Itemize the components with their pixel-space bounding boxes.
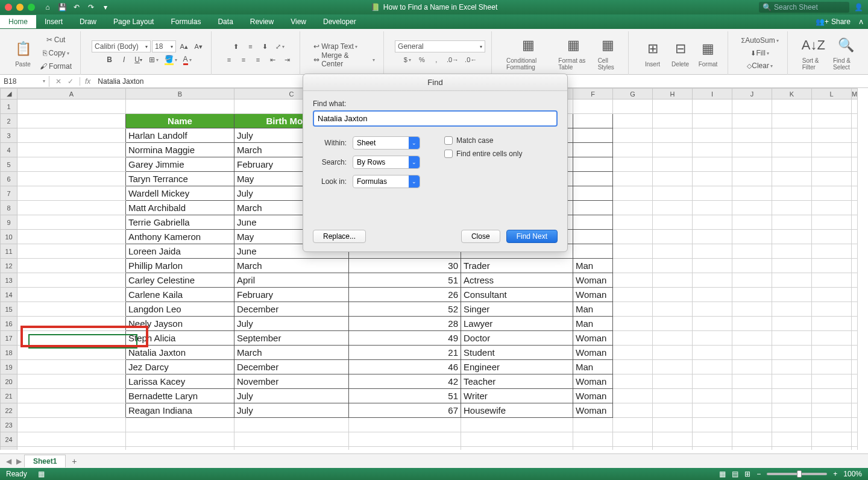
cell[interactable] xyxy=(812,447,852,450)
cell[interactable] xyxy=(653,172,693,186)
collapse-ribbon-icon[interactable]: ʌ xyxy=(859,17,863,26)
cell[interactable]: 28 xyxy=(349,317,461,331)
col-header-M[interactable]: M xyxy=(852,89,858,99)
cell[interactable] xyxy=(17,317,126,331)
cell[interactable] xyxy=(812,432,852,447)
zoom-in-icon[interactable]: + xyxy=(833,470,837,478)
col-header-B[interactable]: B xyxy=(126,89,234,99)
cell[interactable] xyxy=(17,215,126,230)
cell[interactable] xyxy=(772,259,812,273)
cell[interactable] xyxy=(613,215,653,230)
cell[interactable] xyxy=(17,374,126,389)
cell[interactable] xyxy=(613,447,653,450)
cell[interactable] xyxy=(732,418,772,432)
cell[interactable] xyxy=(732,374,772,389)
format-painter-button[interactable]: 🖌 Format xyxy=(37,60,74,72)
cell[interactable] xyxy=(17,389,126,403)
cell[interactable] xyxy=(732,143,772,157)
cell[interactable] xyxy=(693,114,732,128)
decrease-font-button[interactable]: A▾ xyxy=(192,40,205,52)
tab-draw[interactable]: Draw xyxy=(71,15,105,28)
cell[interactable] xyxy=(349,447,461,450)
tab-home[interactable]: Home xyxy=(0,15,36,28)
cell[interactable] xyxy=(732,244,772,259)
cell[interactable] xyxy=(693,201,732,215)
cell[interactable] xyxy=(653,114,693,128)
format-as-table-button[interactable]: ▦Format as Table xyxy=(555,34,593,72)
cell[interactable] xyxy=(653,273,693,288)
borders-button[interactable]: ⊞ xyxy=(146,54,161,66)
cell[interactable] xyxy=(852,157,858,172)
cell[interactable] xyxy=(732,273,772,288)
cell[interactable] xyxy=(852,128,858,143)
cell[interactable] xyxy=(732,403,772,418)
cell[interactable] xyxy=(126,432,234,447)
cell[interactable]: April xyxy=(234,273,349,288)
cell[interactable] xyxy=(772,418,812,432)
font-size-select[interactable]: 18▾ xyxy=(152,40,176,52)
cell[interactable] xyxy=(573,447,613,450)
cell[interactable] xyxy=(613,403,653,418)
cell[interactable] xyxy=(653,143,693,157)
row-header-5[interactable]: 5 xyxy=(1,157,17,172)
cell[interactable] xyxy=(17,302,126,317)
row-header-2[interactable]: 2 xyxy=(1,114,17,128)
col-header-H[interactable]: H xyxy=(653,89,693,99)
cell[interactable] xyxy=(17,114,126,128)
match-case-checkbox[interactable]: Match case xyxy=(444,136,522,145)
cell[interactable] xyxy=(812,317,852,331)
row-header-4[interactable]: 4 xyxy=(1,143,17,157)
cell[interactable] xyxy=(613,273,653,288)
cell[interactable] xyxy=(812,374,852,389)
maximize-window-icon[interactable] xyxy=(28,4,35,11)
cell[interactable]: 52 xyxy=(349,302,461,317)
cell[interactable]: Name xyxy=(126,114,234,128)
cell[interactable]: Normina Maggie xyxy=(126,143,234,157)
cell[interactable]: Steph Alicia xyxy=(126,331,234,346)
cell[interactable] xyxy=(852,331,858,346)
decrease-decimal-button[interactable]: .0← xyxy=(462,54,479,66)
cell[interactable] xyxy=(573,172,613,186)
cell[interactable] xyxy=(613,317,653,331)
tab-formulas[interactable]: Formulas xyxy=(162,15,209,28)
cell[interactable] xyxy=(693,244,732,259)
cell[interactable] xyxy=(613,389,653,403)
cell[interactable] xyxy=(573,143,613,157)
sheet-tab-1[interactable]: Sheet1 xyxy=(24,455,66,467)
cell[interactable] xyxy=(772,143,812,157)
cell[interactable]: Natalia Jaxton xyxy=(126,346,234,360)
cell[interactable] xyxy=(573,244,613,259)
cell[interactable] xyxy=(613,172,653,186)
paste-button[interactable]: 📋 Paste xyxy=(10,38,36,69)
cell[interactable]: February xyxy=(234,288,349,302)
cell[interactable] xyxy=(852,201,858,215)
cell[interactable] xyxy=(693,143,732,157)
home-icon[interactable]: ⌂ xyxy=(43,3,52,11)
tab-review[interactable]: Review xyxy=(242,15,282,28)
cell[interactable]: Langdon Leo xyxy=(126,302,234,317)
cell[interactable] xyxy=(772,288,812,302)
cell[interactable] xyxy=(693,374,732,389)
cell[interactable]: Loreen Jaida xyxy=(126,244,234,259)
cell[interactable] xyxy=(613,374,653,389)
cell[interactable]: Neely Jayson xyxy=(126,317,234,331)
row-header-6[interactable]: 6 xyxy=(1,172,17,186)
replace-button[interactable]: Replace... xyxy=(313,230,366,243)
cell[interactable]: Teacher xyxy=(461,374,573,389)
cell[interactable]: Woman xyxy=(573,346,613,360)
cell[interactable] xyxy=(772,157,812,172)
close-button[interactable]: Close xyxy=(461,230,500,243)
cell[interactable] xyxy=(732,317,772,331)
cell[interactable]: December xyxy=(234,302,349,317)
cell[interactable] xyxy=(613,143,653,157)
wrap-text-button[interactable]: ↩ Wrap Text xyxy=(311,40,377,52)
cell[interactable]: December xyxy=(234,360,349,374)
cell[interactable] xyxy=(693,230,732,244)
tab-view[interactable]: View xyxy=(282,15,315,28)
cell[interactable] xyxy=(693,432,732,447)
cell[interactable] xyxy=(812,128,852,143)
cell[interactable] xyxy=(653,259,693,273)
cell[interactable]: Taryn Terrance xyxy=(126,172,234,186)
cell[interactable] xyxy=(852,418,858,432)
align-middle-button[interactable]: ≡ xyxy=(244,40,257,52)
